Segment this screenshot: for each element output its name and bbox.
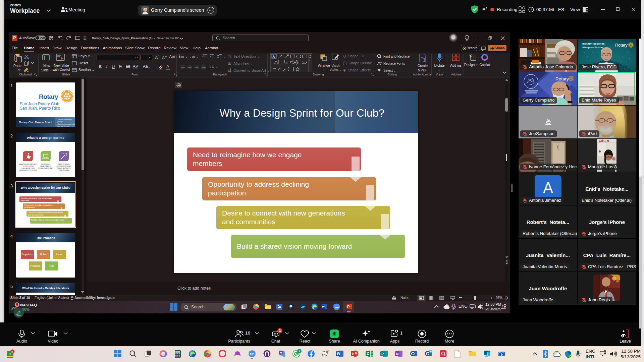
svg-text:#PeopleofAction: #PeopleofAction	[582, 46, 603, 49]
svg-text:P: P	[347, 305, 350, 309]
svg-text:b: b	[501, 353, 502, 356]
svg-text:zm: zm	[334, 306, 339, 309]
svg-text:1: 1	[504, 304, 506, 307]
svg-text:P: P	[381, 352, 384, 356]
svg-text:N: N	[396, 352, 399, 356]
svg-text:A: A	[273, 55, 275, 58]
svg-text:zm: zm	[250, 352, 254, 356]
svg-text:Rotary: Rotary	[555, 76, 569, 81]
svg-text:P: P	[352, 352, 354, 356]
svg-text:6: 6	[11, 350, 13, 354]
svg-text:Rotary: Rotary	[615, 43, 628, 48]
svg-text:#RotaryResponds: #RotaryResponds	[582, 42, 605, 45]
